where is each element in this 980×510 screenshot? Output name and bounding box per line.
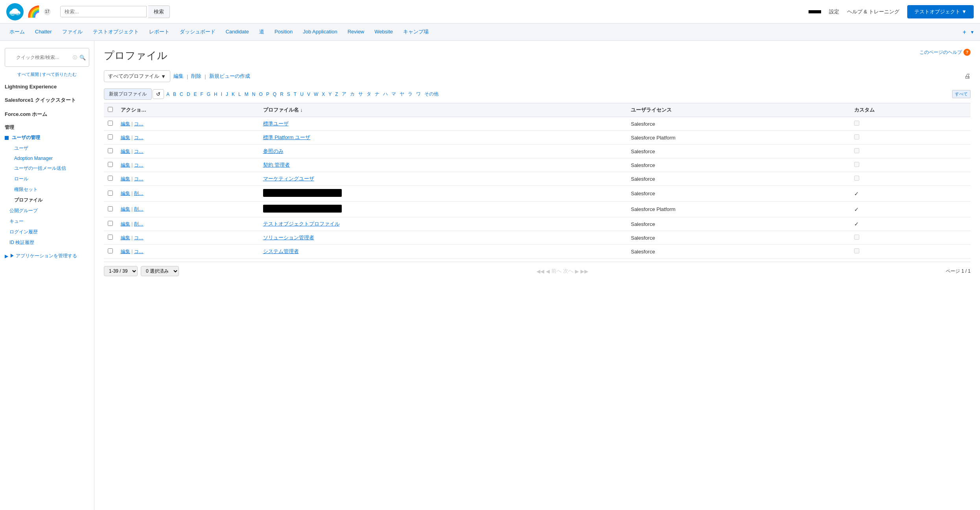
- pag-last-button[interactable]: ▶▶: [580, 268, 588, 274]
- action-edit-link[interactable]: 編集: [121, 191, 130, 196]
- sidebar-item-id-verify[interactable]: ID 検証履歴: [0, 237, 94, 248]
- sidebar-app-manage-toggle[interactable]: ▶ ▶ アプリケーションを管理する: [0, 248, 94, 261]
- action-copy-link[interactable]: コ…: [134, 121, 144, 127]
- sidebar-item-queues[interactable]: キュー: [0, 216, 94, 227]
- row-checkbox[interactable]: [108, 162, 113, 167]
- action-edit-link[interactable]: 編集: [121, 221, 130, 227]
- action-edit-link[interactable]: 編集: [121, 249, 130, 254]
- row-checkbox[interactable]: [108, 148, 113, 153]
- alpha-R[interactable]: R: [278, 91, 285, 98]
- action-edit-link[interactable]: 編集: [121, 206, 130, 212]
- alpha-A[interactable]: A: [165, 91, 171, 98]
- action-edit-link[interactable]: 編集: [121, 162, 130, 168]
- alpha-H[interactable]: H: [212, 91, 219, 98]
- profile-name-link[interactable]: ソリューション管理者: [263, 235, 314, 240]
- sidebar-item-users[interactable]: ユーザ: [0, 143, 94, 154]
- sidebar-forcecom-home[interactable]: Force.com ホーム: [0, 106, 94, 120]
- row-checkbox[interactable]: [108, 191, 113, 196]
- test-obj-button[interactable]: テストオブジェクト ▼: [907, 5, 974, 18]
- alpha-other[interactable]: その他: [423, 90, 440, 98]
- profile-name-link[interactable]: 契約 管理者: [263, 162, 290, 168]
- nav-candidate[interactable]: Candidate: [221, 24, 254, 41]
- new-profile-button[interactable]: 新規プロファイル: [104, 88, 152, 100]
- nav-position[interactable]: Position: [270, 24, 297, 41]
- action-copy-link[interactable]: コ…: [134, 135, 144, 140]
- sidebar-item-bulk-email[interactable]: ユーザの一括メール送信: [0, 163, 94, 174]
- sidebar-lightning-experience[interactable]: Lightning Experience: [0, 79, 94, 92]
- alpha-T[interactable]: T: [292, 91, 298, 98]
- alpha-O[interactable]: O: [257, 91, 264, 98]
- pag-prev-text[interactable]: 前へ: [551, 268, 562, 275]
- row-checkbox[interactable]: [108, 206, 113, 211]
- settings-link[interactable]: 設定: [829, 8, 839, 15]
- action-copy-link[interactable]: コ…: [134, 235, 144, 240]
- action-edit-link[interactable]: 編集: [121, 176, 130, 182]
- row-checkbox[interactable]: [108, 121, 113, 126]
- refresh-button[interactable]: ↺: [153, 89, 164, 99]
- sidebar-sf1-quickstart[interactable]: Salesforce1 クイックスタート: [0, 92, 94, 106]
- nav-job-application[interactable]: Job Application: [298, 24, 342, 41]
- profile-name-link[interactable]: システム管理者: [263, 248, 299, 254]
- alpha-ワ[interactable]: ワ: [414, 90, 422, 98]
- action-delete-link[interactable]: 削…: [134, 221, 144, 227]
- alpha-E[interactable]: E: [192, 91, 198, 98]
- alpha-M[interactable]: M: [243, 91, 250, 98]
- alpha-カ[interactable]: カ: [348, 90, 356, 98]
- action-copy-link[interactable]: コ…: [134, 149, 144, 154]
- delete-view-link[interactable]: 削除: [191, 73, 201, 80]
- alpha-Y[interactable]: Y: [327, 91, 333, 98]
- sidebar-search-input[interactable]: [13, 53, 66, 62]
- nav-more-button[interactable]: +: [960, 29, 969, 36]
- alpha-I[interactable]: I: [219, 91, 224, 98]
- nav-overflow-arrow[interactable]: ▾: [969, 29, 975, 35]
- pag-next-text[interactable]: 次へ: [563, 268, 573, 275]
- help-link[interactable]: ヘルプ & トレーニング: [847, 8, 899, 15]
- row-checkbox[interactable]: [108, 248, 113, 253]
- alpha-G[interactable]: G: [205, 91, 212, 98]
- nav-website[interactable]: Website: [370, 24, 398, 41]
- nav-campsite[interactable]: キャンプ場: [398, 24, 433, 41]
- nav-files[interactable]: ファイル: [57, 24, 87, 41]
- search-input[interactable]: [60, 6, 147, 17]
- alpha-B[interactable]: B: [171, 91, 178, 98]
- profile-name-link[interactable]: マーケティングユーザ: [263, 176, 314, 182]
- action-copy-link[interactable]: コ…: [134, 249, 144, 254]
- select-all-checkbox[interactable]: [108, 107, 113, 112]
- row-checkbox[interactable]: [108, 235, 113, 240]
- view-selector-dropdown[interactable]: すべてのプロファイル ▼: [104, 70, 170, 82]
- th-profile-name[interactable]: プロファイル名 ↓: [259, 103, 627, 117]
- alpha-X[interactable]: X: [320, 91, 326, 98]
- alpha-K[interactable]: K: [230, 91, 236, 98]
- action-edit-link[interactable]: 編集: [121, 149, 130, 154]
- edit-view-link[interactable]: 編集: [173, 73, 184, 80]
- row-checkbox[interactable]: [108, 221, 113, 226]
- selected-count-select[interactable]: 0 選択済み: [141, 266, 179, 276]
- action-copy-link[interactable]: コ…: [134, 176, 144, 182]
- sidebar-item-profiles[interactable]: プロファイル: [0, 195, 94, 205]
- alpha-L[interactable]: L: [237, 91, 243, 98]
- expand-all-link[interactable]: すべて展開: [17, 72, 39, 77]
- sidebar-item-login-history[interactable]: ログイン履歴: [0, 227, 94, 237]
- sidebar-item-adoption-mgr[interactable]: Adoption Manager: [0, 154, 94, 163]
- alpha-ア[interactable]: ア: [340, 90, 348, 98]
- pag-first-button[interactable]: ◀◀: [536, 268, 544, 274]
- nav-home[interactable]: ホーム: [5, 24, 29, 41]
- nav-testobj[interactable]: テストオブジェクト: [88, 24, 144, 41]
- nav-dashboard[interactable]: ダッシュボード: [175, 24, 220, 41]
- alpha-Z[interactable]: Z: [333, 91, 339, 98]
- action-edit-link[interactable]: 編集: [121, 235, 130, 240]
- collapse-all-link[interactable]: すべて折りたたむ: [42, 72, 77, 77]
- print-icon[interactable]: 🖨: [964, 73, 971, 80]
- alpha-マ[interactable]: マ: [390, 90, 398, 98]
- new-view-link[interactable]: 新規ビューの作成: [209, 73, 250, 80]
- alpha-ラ[interactable]: ラ: [406, 90, 414, 98]
- profile-name-link[interactable]: 標準 Platform ユーザ: [263, 134, 311, 140]
- alpha-V[interactable]: V: [306, 91, 312, 98]
- search-icon[interactable]: 🔍: [79, 55, 86, 61]
- nav-review[interactable]: Review: [343, 24, 369, 41]
- row-checkbox[interactable]: [108, 176, 113, 181]
- profile-name-link[interactable]: 標準ユーザ: [263, 121, 289, 127]
- action-delete-link[interactable]: 削…: [134, 206, 144, 212]
- action-copy-link[interactable]: コ…: [134, 162, 144, 168]
- alpha-ヤ[interactable]: ヤ: [398, 90, 406, 98]
